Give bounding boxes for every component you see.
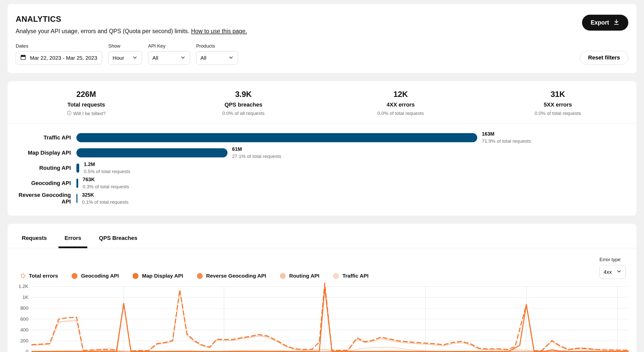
chevron-down-icon bbox=[228, 55, 234, 61]
legend-item-geocoding-api[interactable]: Geocoding API bbox=[72, 273, 119, 279]
stat-sub-label: 0.0% of total requests bbox=[534, 111, 581, 116]
stat-label: 5XX errors bbox=[479, 101, 636, 108]
usage-bar-percent: 0.1% of total requests bbox=[82, 199, 129, 205]
errors-chart-svg bbox=[32, 286, 628, 352]
error-type-value: 4xx bbox=[604, 269, 612, 275]
legend-label: Geocoding API bbox=[81, 273, 119, 279]
page-subtitle: Analyse your API usage, errors and QPS (… bbox=[16, 28, 247, 35]
stat-value: 12K bbox=[322, 90, 479, 99]
usage-bar-percent: 0.3% of total requests bbox=[83, 184, 129, 190]
usage-bar-value-block: 325K0.1% of total requests bbox=[82, 192, 129, 205]
y-axis-labels: 1.2K1K8006004002000 bbox=[16, 286, 32, 352]
usage-bar-percent: 71.9% of total requests bbox=[482, 138, 531, 144]
stat-subtext: 0.0% of total requests bbox=[322, 111, 479, 116]
dates-filter: Dates Mar 22, 2023 - Mar 25, 2023 bbox=[16, 43, 102, 65]
usage-bar-label: Routing API bbox=[16, 165, 76, 171]
legend-dot-dashed-icon bbox=[21, 274, 25, 278]
usage-bar-value: 61M bbox=[232, 146, 281, 152]
tab-errors[interactable]: Errors bbox=[64, 235, 82, 248]
usage-bar-label: Map Display API bbox=[16, 150, 76, 156]
dates-label: Dates bbox=[16, 43, 102, 49]
usage-bar-row-routing-api: Routing API1.2M0.5% of total requests bbox=[16, 161, 628, 174]
usage-bar-value: 163M bbox=[482, 131, 531, 137]
legend-dot-solid-icon bbox=[280, 273, 286, 279]
how-to-use-link[interactable]: How to use this page. bbox=[191, 28, 247, 34]
stat-label: QPS breaches bbox=[165, 101, 322, 108]
summary-card: 226MTotal requestsWill I be billed?3.9KQ… bbox=[8, 81, 636, 216]
usage-bar-label: Geocoding API bbox=[16, 180, 76, 187]
products-label: Products bbox=[196, 43, 238, 49]
stat-4xx-errors: 12K4XX errors0.0% of total requests bbox=[322, 90, 479, 117]
y-axis-tick: 0 bbox=[26, 349, 28, 352]
usage-bar bbox=[76, 163, 79, 173]
legend-item-map-display-api[interactable]: Map Display API bbox=[133, 273, 183, 279]
usage-bar-value-block: 1.2M0.5% of total requests bbox=[84, 161, 130, 174]
y-axis-tick: 800 bbox=[20, 305, 28, 311]
usage-bar bbox=[76, 148, 227, 157]
reset-filters-button[interactable]: Reset filters bbox=[580, 51, 628, 65]
legend-label: Map Display API bbox=[142, 273, 183, 279]
usage-bar-value-block: 163M71.9% of total requests bbox=[482, 131, 531, 144]
chevron-down-icon bbox=[132, 55, 138, 61]
date-range-input[interactable]: Mar 22, 2023 - Mar 25, 2023 bbox=[16, 51, 102, 65]
info-icon bbox=[67, 111, 72, 117]
stat-sub-label: Will I be billed? bbox=[73, 111, 106, 116]
legend-label: Traffic API bbox=[342, 273, 368, 279]
usage-bar-value: 325K bbox=[82, 192, 129, 198]
stat-value: 31K bbox=[479, 90, 636, 99]
will-i-be-billed-link[interactable]: Will I be billed? bbox=[8, 111, 165, 117]
header-text-block: ANALYTICS Analyse your API usage, errors… bbox=[16, 15, 247, 35]
stat-5xx-errors: 31K5XX errors0.0% of total requests bbox=[479, 90, 636, 117]
legend-item-total-errors[interactable]: Total errors bbox=[21, 273, 58, 279]
stat-subtext: 0.0% of all requests bbox=[165, 111, 322, 116]
usage-bar-value: 1.2M bbox=[84, 161, 130, 167]
legend-label: Routing API bbox=[289, 273, 319, 279]
products-select[interactable]: All bbox=[196, 51, 238, 65]
show-label: Show bbox=[108, 43, 142, 49]
stat-sub-label: 0.0% of all requests bbox=[222, 111, 264, 116]
usage-bar-percent: 0.5% of total requests bbox=[84, 169, 130, 174]
stat-label: 4XX errors bbox=[322, 101, 479, 108]
page-title: ANALYTICS bbox=[16, 15, 247, 24]
legend-dot-solid-icon bbox=[333, 273, 339, 279]
date-range-value: Mar 22, 2023 - Mar 25, 2023 bbox=[30, 55, 97, 61]
legend-item-reverse-geocoding-api[interactable]: Reverse Geocoding API bbox=[197, 273, 266, 279]
subtitle-text: Analyse your API usage, errors and QPS (… bbox=[16, 28, 190, 34]
products-filter: Products All bbox=[196, 43, 238, 65]
legend-item-traffic-api[interactable]: Traffic API bbox=[333, 273, 368, 279]
usage-bar-percent: 27.1% of total requests bbox=[232, 154, 281, 159]
stat-value: 3.9K bbox=[165, 90, 322, 99]
tab-requests[interactable]: Requests bbox=[21, 235, 47, 248]
usage-bar-row-geocoding-api: Geocoding API763K0.3% of total requests bbox=[16, 177, 628, 190]
export-button-label: Export bbox=[591, 19, 609, 26]
tab-qps-breaches[interactable]: QPS Breaches bbox=[98, 235, 138, 248]
export-button[interactable]: Export bbox=[582, 15, 628, 31]
errors-chart-plot[interactable] bbox=[32, 286, 628, 352]
stat-label: Total requests bbox=[8, 101, 165, 108]
chart-card: RequestsErrorsQPS Breaches Total errorsG… bbox=[8, 224, 636, 352]
usage-bars: Traffic API163M71.9% of total requestsMa… bbox=[8, 123, 636, 216]
legend-label: Reverse Geocoding API bbox=[206, 273, 266, 279]
usage-bar-value-block: 763K0.3% of total requests bbox=[83, 177, 129, 190]
y-axis-tick: 1.2K bbox=[18, 284, 28, 289]
show-select[interactable]: Hour bbox=[108, 51, 142, 65]
legend-label: Total errors bbox=[29, 273, 58, 279]
usage-bar bbox=[76, 179, 78, 188]
tabs: RequestsErrorsQPS Breaches bbox=[8, 224, 636, 248]
error-type-label: Error type bbox=[599, 257, 620, 262]
usage-bar bbox=[76, 194, 77, 203]
error-type-select[interactable]: 4xx bbox=[599, 265, 626, 279]
legend-item-routing-api[interactable]: Routing API bbox=[280, 273, 319, 279]
stat-total-requests: 226MTotal requestsWill I be billed? bbox=[8, 90, 165, 117]
legend-dot-solid-icon bbox=[72, 273, 77, 279]
usage-bar-row-reverse-geocoding-api: Reverse Geocoding API325K0.1% of total r… bbox=[16, 192, 628, 205]
chart-legend: Total errorsGeocoding APIMap Display API… bbox=[21, 273, 599, 279]
usage-bar-value-block: 61M27.1% of total requests bbox=[232, 146, 281, 159]
legend-dot-solid-icon bbox=[133, 273, 138, 279]
usage-bar-row-traffic-api: Traffic API163M71.9% of total requests bbox=[16, 131, 628, 144]
stat-value: 226M bbox=[8, 90, 165, 99]
analytics-page: ANALYTICS Analyse your API usage, errors… bbox=[0, 0, 644, 352]
filters-row: Dates Mar 22, 2023 - Mar 25, 2023 Show H… bbox=[16, 43, 628, 65]
api-key-select[interactable]: All bbox=[148, 51, 190, 65]
chevron-down-icon bbox=[616, 268, 622, 275]
